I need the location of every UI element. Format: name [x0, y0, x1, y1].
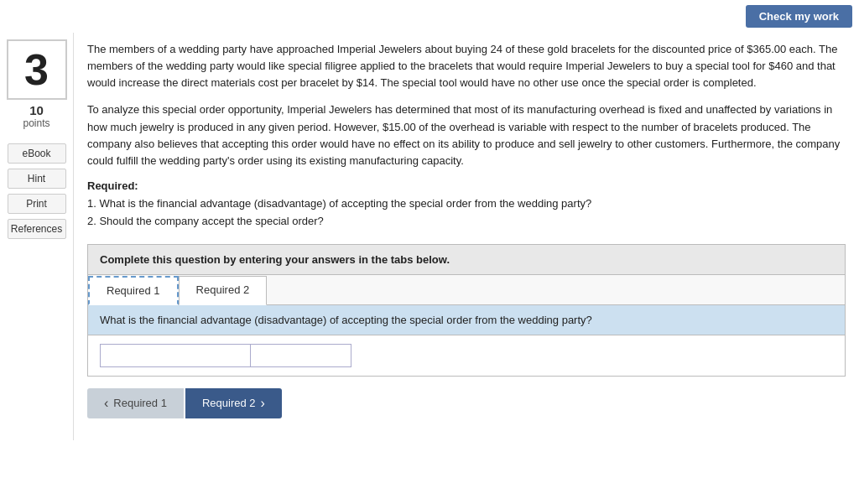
chevron-left-icon — [104, 396, 108, 411]
top-bar: Check my work — [0, 0, 859, 33]
nav-prev-label: Required 1 — [113, 397, 167, 409]
tab-section: Complete this question by entering your … — [87, 244, 846, 377]
tab-question-text: What is the financial advantage (disadva… — [88, 305, 845, 335]
tab-content: What is the financial advantage (disadva… — [88, 305, 845, 376]
main-layout: 3 10 points eBook Hint Print References … — [0, 33, 859, 440]
required-items: 1. What is the financial advantage (disa… — [87, 195, 846, 231]
question-number: 3 — [24, 44, 49, 95]
answer-row — [88, 335, 845, 376]
ebook-button[interactable]: eBook — [8, 143, 66, 164]
nav-next-label: Required 2 — [202, 397, 256, 409]
points-label: 10 points — [23, 103, 49, 129]
tab-required1[interactable]: Required 1 — [88, 276, 179, 305]
content-area: The members of a wedding party have appr… — [74, 33, 859, 440]
answer-input-right[interactable] — [251, 344, 351, 367]
answer-input-left[interactable] — [100, 344, 251, 367]
required-section: Required: 1. What is the financial advan… — [87, 179, 846, 231]
hint-button[interactable]: Hint — [8, 169, 66, 189]
references-button[interactable]: References — [8, 219, 66, 239]
tab-required2[interactable]: Required 2 — [179, 276, 268, 305]
sidebar: 3 10 points eBook Hint Print References — [0, 33, 74, 440]
paragraph1: The members of a wedding party have appr… — [87, 41, 846, 91]
nav-prev-button[interactable]: Required 1 — [87, 388, 184, 418]
points-text: points — [23, 117, 49, 129]
tabs-row: Required 1 Required 2 — [88, 275, 845, 305]
nav-next-button[interactable]: Required 2 — [185, 388, 282, 418]
chevron-right-icon — [261, 396, 265, 411]
required-label: Required: — [87, 179, 846, 192]
required-item-2: 2. Should the company accept the special… — [87, 213, 846, 231]
check-my-work-button[interactable]: Check my work — [746, 5, 852, 28]
tab-instruction: Complete this question by entering your … — [88, 245, 845, 275]
question-number-box: 3 — [7, 39, 67, 100]
points-number: 10 — [23, 103, 49, 117]
print-button[interactable]: Print — [8, 194, 66, 214]
required-item-1: 1. What is the financial advantage (disa… — [87, 195, 846, 213]
nav-buttons: Required 1 Required 2 — [87, 388, 846, 427]
paragraph2: To analyze this special order opportunit… — [87, 101, 846, 169]
